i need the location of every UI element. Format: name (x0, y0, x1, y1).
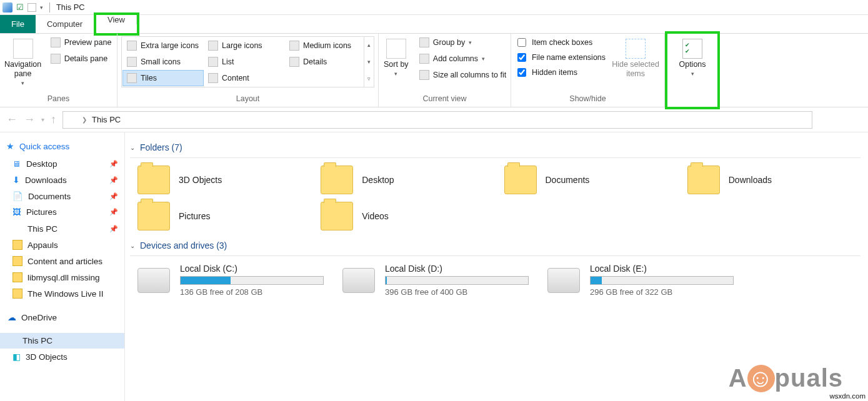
sidebar-this-pc[interactable]: This PC (0, 333, 124, 349)
sidebar-quick-access[interactable]: ★ Quick access (0, 139, 124, 156)
hidden-items-toggle[interactable]: Hidden items (515, 66, 606, 79)
divider (130, 255, 861, 256)
preview-pane-button[interactable]: Preview pane (48, 36, 114, 49)
qat-newfolder-icon[interactable] (27, 3, 36, 12)
size-columns-button[interactable]: Size all columns to fit (417, 69, 509, 81)
pin-icon: 📌 (109, 192, 118, 200)
main-area: ★ Quick access 🖥Desktop📌⬇Downloads📌📄Docu… (0, 132, 868, 401)
layout-mode-list[interactable]: List (204, 54, 285, 70)
sidebar-item-the-windows-live-ii[interactable]: The Windows Live II (0, 285, 124, 302)
layout-mode-extra-large-icons[interactable]: Extra large icons (122, 37, 204, 54)
layout-mode-details[interactable]: Details (285, 54, 366, 70)
drive-local-disk-c-[interactable]: Local Disk (C:)136 GB free of 208 GB (137, 264, 337, 297)
drive-usage-bar (590, 276, 734, 285)
options-button[interactable]: ✔ ✔ Options ▾ (672, 36, 712, 77)
folder-downloads[interactable]: Downloads (687, 166, 866, 194)
drive-free-text: 296 GB free of 322 GB (590, 287, 747, 297)
layout-mode-small-icons[interactable]: Small icons (122, 54, 204, 70)
sidebar-item-documents[interactable]: 📄Documents📌 (0, 188, 124, 204)
layout-mode-medium-icons[interactable]: Medium icons (285, 37, 366, 54)
layout-mode-label: Large icons (222, 41, 262, 50)
folders-grid: 3D ObjectsDesktopDocumentsDownloadsPictu… (125, 166, 866, 238)
section-drives-header[interactable]: ⌄ Devices and drives (3) (125, 238, 866, 255)
folder-icon (504, 166, 537, 194)
folder-videos[interactable]: Videos (321, 202, 499, 230)
layout-mode-icon (127, 73, 137, 83)
sidebar-onedrive[interactable]: ☁ OneDrive (0, 309, 124, 325)
navigation-pane-button[interactable]: Navigation pane ▾ (3, 36, 43, 87)
sidebar-item-appauls[interactable]: Appauls (0, 237, 124, 253)
sort-by-label: Sort by (384, 60, 409, 69)
sidebar-3d-objects[interactable]: ◧ 3D Objects (0, 349, 124, 365)
sidebar-item-this-pc[interactable]: This PC📌 (0, 221, 124, 237)
hide-selected-button[interactable]: Hide selected items (611, 36, 661, 79)
drive-icon (547, 268, 580, 293)
sidebar-item-libmysql-dll-missing[interactable]: libmysql.dll missing (0, 269, 124, 285)
folder-icon (12, 272, 22, 282)
breadcrumb-location[interactable]: This PC (92, 115, 121, 124)
folder-pictures[interactable]: Pictures (137, 202, 316, 230)
layout-mode-label: Tiles (141, 74, 157, 82)
ribbon: Navigation pane ▾ Preview pane Details p… (0, 34, 868, 107)
sort-by-button[interactable]: Sort by ▾ (381, 36, 412, 77)
group-by-button[interactable]: Group by ▾ (417, 36, 509, 49)
sidebar-item-content-and-articles[interactable]: Content and articles (0, 253, 124, 269)
drive-label: Local Disk (E:) (590, 264, 747, 274)
hidden-items-input[interactable] (517, 68, 526, 77)
addcols-icon (419, 54, 429, 64)
layout-mode-label: Content (222, 74, 249, 82)
chevron-down-icon: ⌄ (130, 242, 135, 249)
details-pane-button[interactable]: Details pane (48, 52, 114, 65)
tab-view[interactable]: View (96, 15, 137, 24)
item-checkboxes-input[interactable] (517, 38, 526, 47)
pin-icon: 📌 (109, 160, 118, 168)
address-bar[interactable]: ❯ This PC (62, 111, 812, 129)
folders-title: Folders (7) (140, 142, 182, 152)
site-watermark: wsxdn.com (827, 391, 868, 401)
add-columns-button[interactable]: Add columns ▾ (417, 52, 509, 65)
highlight-view-tab: View (94, 12, 139, 36)
nav-forward-button[interactable]: → (24, 113, 35, 126)
section-folders-header[interactable]: ⌄ Folders (7) (125, 140, 866, 157)
group-label-options (691, 77, 693, 91)
3dobjects-label: 3D Objects (26, 352, 67, 362)
layout-scroll-arrows[interactable]: ▴▾▿ (364, 37, 374, 87)
nav-back-button[interactable]: ← (6, 113, 17, 126)
layout-mode-content[interactable]: Content (204, 70, 285, 86)
preview-pane-label: Preview pane (64, 38, 112, 47)
folder-icon (321, 166, 353, 194)
chevron-down-icon: ⌄ (130, 144, 135, 151)
tab-file[interactable]: File (0, 15, 36, 33)
drive-local-disk-d-[interactable]: Local Disk (D:)396 GB free of 400 GB (342, 264, 542, 297)
tab-computer[interactable]: Computer (36, 15, 94, 33)
folder-icon (12, 289, 22, 299)
layout-mode-tiles[interactable]: Tiles (122, 70, 204, 86)
sidebar-item-downloads[interactable]: ⬇Downloads📌 (0, 172, 124, 188)
qat-dropdown-icon[interactable]: ▾ (40, 4, 43, 11)
layout-mode-label: Small icons (141, 57, 181, 66)
preview-pane-icon (51, 37, 61, 47)
nav-up-button[interactable]: ↑ (51, 113, 56, 126)
drive-icon (342, 268, 375, 293)
folder-documents[interactable]: Documents (504, 166, 682, 194)
add-columns-label: Add columns (433, 54, 478, 63)
sidebar-item-pictures[interactable]: 🖼Pictures📌 (0, 204, 124, 220)
item-checkboxes-toggle[interactable]: Item check boxes (515, 36, 606, 49)
group-by-label: Group by (433, 38, 465, 47)
folder-3d-objects[interactable]: 3D Objects (137, 166, 316, 194)
file-extensions-input[interactable] (517, 53, 526, 62)
folder-desktop[interactable]: Desktop (321, 166, 499, 194)
sidebar-item-desktop[interactable]: 🖥Desktop📌 (0, 156, 124, 172)
layout-mode-large-icons[interactable]: Large icons (204, 37, 285, 54)
file-extensions-toggle[interactable]: File name extensions (515, 51, 606, 64)
titlebar-separator (49, 2, 50, 12)
qat-properties-icon[interactable]: ☑ (16, 2, 24, 12)
drive-local-disk-e-[interactable]: Local Disk (E:)296 GB free of 322 GB (547, 264, 747, 297)
location-icon (67, 115, 77, 125)
nav-recent-dropdown[interactable]: ▾ (41, 116, 44, 123)
options-label: Options (679, 60, 706, 69)
desktop-icon: 🖥 (12, 159, 21, 169)
layout-mode-icon (208, 41, 218, 51)
sidebar-item-label: This PC (27, 224, 57, 234)
layout-mode-icon (208, 73, 218, 83)
